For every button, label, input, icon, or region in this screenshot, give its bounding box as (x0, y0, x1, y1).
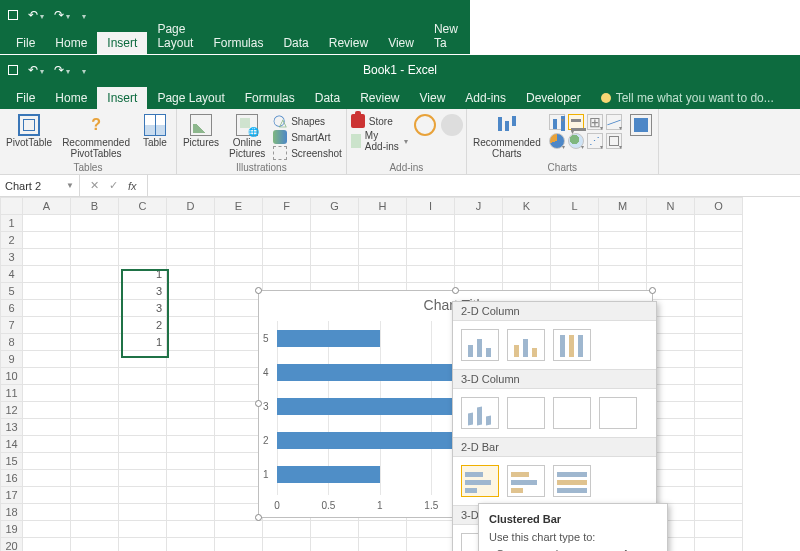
cell[interactable] (359, 521, 407, 538)
cell[interactable] (215, 419, 263, 436)
row-header[interactable]: 17 (1, 487, 23, 504)
cell[interactable] (23, 249, 71, 266)
formula-input[interactable] (148, 175, 800, 196)
tell-me-search[interactable]: Tell me what you want to do... (591, 87, 784, 109)
cell[interactable] (71, 504, 119, 521)
cell[interactable] (407, 538, 455, 552)
cell[interactable] (599, 266, 647, 283)
cell[interactable] (71, 538, 119, 552)
cell[interactable] (647, 266, 695, 283)
tab-file[interactable]: File (6, 87, 45, 109)
stacked-bar-option[interactable] (507, 465, 545, 497)
cell[interactable] (23, 487, 71, 504)
cell[interactable] (215, 521, 263, 538)
row-header[interactable]: 3 (1, 249, 23, 266)
row-header[interactable]: 5 (1, 283, 23, 300)
table-button[interactable]: Table (138, 114, 172, 149)
column-header[interactable]: K (503, 198, 551, 215)
cell[interactable] (23, 300, 71, 317)
cell[interactable] (167, 487, 215, 504)
cell[interactable] (215, 334, 263, 351)
cell[interactable] (71, 402, 119, 419)
cell[interactable] (503, 215, 551, 232)
row-header[interactable]: 7 (1, 317, 23, 334)
tab-review[interactable]: Review (319, 32, 378, 54)
cell[interactable] (263, 538, 311, 552)
cell[interactable] (407, 521, 455, 538)
cell[interactable] (215, 470, 263, 487)
row-header[interactable]: 13 (1, 419, 23, 436)
cell[interactable] (695, 266, 743, 283)
row-header[interactable]: 10 (1, 368, 23, 385)
cell[interactable] (695, 283, 743, 300)
insert-line-chart-button[interactable] (606, 114, 622, 130)
row-header[interactable]: 9 (1, 351, 23, 368)
column-header[interactable]: J (455, 198, 503, 215)
cell[interactable] (71, 385, 119, 402)
cell[interactable] (119, 538, 167, 552)
cell[interactable] (407, 215, 455, 232)
cell[interactable] (215, 249, 263, 266)
cell[interactable] (23, 504, 71, 521)
row-header[interactable]: 1 (1, 215, 23, 232)
tab-add-ins[interactable]: Add-ins (455, 87, 516, 109)
cell[interactable] (167, 504, 215, 521)
cell[interactable] (551, 232, 599, 249)
3d-stacked-column-option[interactable] (507, 397, 545, 429)
tab-view[interactable]: View (410, 87, 456, 109)
cell[interactable] (695, 487, 743, 504)
cell[interactable] (647, 249, 695, 266)
resize-handle[interactable] (255, 400, 262, 407)
column-header[interactable]: N (647, 198, 695, 215)
tab-new-ta[interactable]: New Ta (424, 18, 468, 54)
cell[interactable] (23, 266, 71, 283)
cell[interactable] (263, 249, 311, 266)
cell[interactable] (695, 334, 743, 351)
3d-column-option[interactable] (599, 397, 637, 429)
cell[interactable] (167, 351, 215, 368)
cell[interactable] (455, 266, 503, 283)
cell[interactable] (167, 385, 215, 402)
cell[interactable] (599, 249, 647, 266)
name-box[interactable]: Chart 2▼ (0, 175, 80, 196)
clustered-column-option[interactable] (461, 329, 499, 361)
cell[interactable] (215, 232, 263, 249)
cell[interactable] (599, 232, 647, 249)
online-pictures-button[interactable]: OnlinePictures (227, 114, 267, 159)
redo-icon[interactable] (54, 63, 70, 77)
undo-icon[interactable] (28, 63, 44, 77)
cell[interactable] (455, 215, 503, 232)
cell[interactable] (551, 215, 599, 232)
cell[interactable] (695, 538, 743, 552)
row-header[interactable]: 12 (1, 402, 23, 419)
recommended-pivottables-button[interactable]: RecommendedPivotTables (60, 114, 132, 159)
column-header[interactable]: F (263, 198, 311, 215)
tab-review[interactable]: Review (350, 87, 409, 109)
cell[interactable] (503, 266, 551, 283)
cell[interactable] (23, 453, 71, 470)
row-header[interactable]: 8 (1, 334, 23, 351)
column-header[interactable]: C (119, 198, 167, 215)
cell[interactable] (215, 436, 263, 453)
cell[interactable] (167, 470, 215, 487)
cell[interactable] (71, 266, 119, 283)
tab-page-layout[interactable]: Page Layout (147, 87, 234, 109)
cell[interactable] (455, 232, 503, 249)
cell[interactable] (263, 232, 311, 249)
row-header[interactable]: 4 (1, 266, 23, 283)
tab-insert[interactable]: Insert (97, 32, 147, 54)
cell[interactable] (695, 300, 743, 317)
cell[interactable] (23, 317, 71, 334)
cell[interactable] (695, 419, 743, 436)
pivotchart-button[interactable] (628, 114, 654, 136)
cell[interactable] (23, 419, 71, 436)
resize-handle[interactable] (649, 287, 656, 294)
cell[interactable] (119, 470, 167, 487)
cell[interactable] (359, 538, 407, 552)
cell[interactable]: 1 (119, 334, 167, 351)
cell[interactable] (23, 521, 71, 538)
people-graph-button[interactable] (441, 114, 462, 136)
cell[interactable] (119, 504, 167, 521)
cell[interactable] (695, 368, 743, 385)
3d-clustered-column-option[interactable] (461, 397, 499, 429)
